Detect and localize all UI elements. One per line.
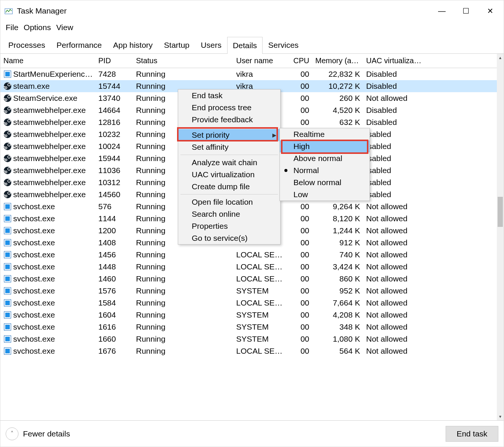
process-pid: 12816 (95, 118, 133, 127)
col-user[interactable]: User name (233, 56, 286, 65)
process-pid: 1604 (95, 310, 133, 319)
tab-startup[interactable]: Startup (158, 36, 195, 53)
fewer-details-toggle[interactable]: ˄ Fewer details (6, 427, 70, 440)
ctx-end-task[interactable]: End task (178, 90, 280, 102)
process-cpu: 00 (286, 298, 312, 307)
table-row[interactable]: svchost.exe1448RunningLOCAL SERV...003,4… (0, 261, 497, 273)
steam-icon (3, 106, 12, 114)
col-name[interactable]: Name˄ (0, 56, 95, 65)
tab-processes[interactable]: Processes (3, 36, 51, 53)
col-pid[interactable]: PID (95, 56, 133, 65)
process-status: Running (133, 250, 233, 259)
process-pid: 15744 (95, 82, 133, 91)
app-icon (3, 263, 12, 271)
priority-realtime[interactable]: Realtime (280, 128, 370, 140)
table-row[interactable]: svchost.exe1616RunningSYSTEM00348 KNot a… (0, 321, 497, 333)
ctx-uac-virtualization[interactable]: UAC virtualization (178, 169, 280, 181)
priority-normal[interactable]: Normal (280, 164, 370, 176)
process-memory: 860 K (312, 274, 363, 283)
tab-performance[interactable]: Performance (51, 36, 107, 53)
process-uac: isabled (363, 178, 426, 187)
menu-file[interactable]: File (3, 21, 21, 33)
priority-above-normal[interactable]: Above normal (280, 152, 370, 164)
table-row[interactable]: svchost.exe1660RunningSYSTEM001,080 KNot… (0, 333, 497, 345)
process-name: svchost.exe (13, 298, 55, 307)
process-pid: 14664 (95, 106, 133, 115)
svg-rect-54 (5, 265, 10, 269)
table-row[interactable]: svchost.exe1576RunningSYSTEM00952 KNot a… (0, 285, 497, 297)
end-task-button[interactable]: End task (446, 426, 498, 442)
minimize-button[interactable]: — (430, 3, 454, 19)
process-cpu: 00 (286, 202, 312, 211)
table-row[interactable]: svchost.exe1460RunningLOCAL SERV...00860… (0, 273, 497, 285)
ctx-analyze-wait-chain[interactable]: Analyze wait chain (178, 157, 280, 169)
menu-view[interactable]: View (54, 21, 75, 33)
app-icon (3, 335, 12, 343)
process-name: svchost.exe (13, 310, 55, 319)
steam-icon (3, 82, 12, 90)
process-pid: 10312 (95, 178, 133, 187)
col-status[interactable]: Status (133, 56, 233, 65)
close-button[interactable]: ✕ (478, 3, 502, 19)
col-uac[interactable]: UAC virtualizati... (363, 56, 426, 65)
process-memory: 348 K (312, 322, 363, 331)
process-uac: Not allowed (363, 347, 426, 356)
steam-icon (3, 166, 12, 175)
process-status: Running (133, 334, 233, 344)
tab-details[interactable]: Details (227, 37, 263, 54)
scroll-down-icon[interactable]: ▾ (497, 413, 504, 420)
process-name: steamwebhelper.exe (13, 154, 86, 163)
process-pid: 1584 (95, 298, 133, 307)
scroll-up-icon[interactable]: ▴ (497, 54, 504, 61)
app-icon (3, 227, 12, 235)
table-row[interactable]: svchost.exe1676RunningLOCAL SERV...00564… (0, 345, 497, 357)
maximize-button[interactable]: ☐ (454, 3, 478, 19)
menu-options[interactable]: Options (21, 21, 53, 33)
process-name: steamwebhelper.exe (13, 118, 86, 127)
ctx-provide-feedback[interactable]: Provide feedback (178, 114, 280, 126)
process-uac: Not allowed (363, 226, 426, 235)
vertical-scrollbar[interactable]: ▴ ▾ (497, 54, 504, 420)
ctx-set-priority[interactable]: Set priority▶ (178, 129, 280, 141)
ctx-create-dump-file[interactable]: Create dump file (178, 181, 280, 193)
tab-strip: ProcessesPerformanceApp historyStartupUs… (0, 36, 504, 54)
process-uac: Not allowed (363, 214, 426, 223)
table-row[interactable]: svchost.exe1604RunningSYSTEM004,208 KNot… (0, 309, 497, 321)
process-pid: 1460 (95, 274, 133, 283)
process-name: svchost.exe (13, 334, 55, 344)
ctx-go-to-service-s-[interactable]: Go to service(s) (178, 232, 280, 244)
app-icon (3, 275, 12, 283)
priority-high[interactable]: High (280, 140, 370, 152)
ctx-set-affinity[interactable]: Set affinity (178, 141, 280, 153)
process-cpu: 00 (286, 70, 312, 79)
process-memory: 952 K (312, 286, 363, 295)
process-uac: Disabled (363, 70, 426, 79)
ctx-search-online[interactable]: Search online (178, 208, 280, 220)
process-cpu: 00 (286, 118, 312, 127)
process-pid: 7428 (95, 70, 133, 79)
table-row[interactable]: svchost.exe1584RunningLOCAL SERV...007,6… (0, 297, 497, 309)
process-user: LOCAL SERV... (233, 298, 286, 307)
table-row[interactable]: svchost.exe1456RunningLOCAL SERV...00740… (0, 249, 497, 261)
priority-below-normal[interactable]: Below normal (280, 176, 370, 189)
col-memory[interactable]: Memory (ac... (312, 56, 363, 65)
table-row[interactable]: StartMenuExperience...7428Runningvikra00… (0, 68, 497, 80)
ctx-open-file-location[interactable]: Open file location (178, 196, 280, 208)
tab-app-history[interactable]: App history (107, 36, 158, 53)
process-status: Running (133, 70, 233, 79)
col-cpu[interactable]: CPU (286, 56, 312, 65)
process-uac: Not allowed (363, 274, 426, 283)
process-memory: 7,664 K (312, 298, 363, 307)
priority-low[interactable]: Low (280, 189, 370, 201)
svg-rect-58 (5, 289, 10, 293)
process-memory: 1,080 K (312, 334, 363, 344)
process-pid: 13740 (95, 94, 133, 103)
process-name: StartMenuExperience... (13, 70, 95, 79)
ctx-end-process-tree[interactable]: End process tree (178, 102, 280, 114)
tab-users[interactable]: Users (195, 36, 227, 53)
app-icon (3, 70, 12, 78)
scroll-thumb[interactable] (498, 197, 503, 227)
ctx-properties[interactable]: Properties (178, 220, 280, 232)
process-pid: 10024 (95, 142, 133, 151)
tab-services[interactable]: Services (263, 36, 304, 53)
